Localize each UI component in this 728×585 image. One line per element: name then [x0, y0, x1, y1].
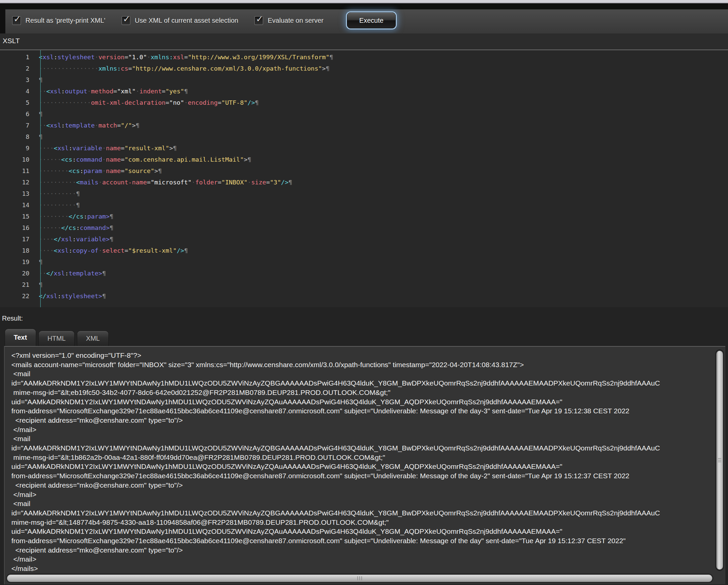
result-output[interactable]: <?xml version="1.0" encoding="UTF-8"?><m…: [4, 346, 725, 584]
code-text: ······</cs:command>¶: [35, 224, 113, 231]
code-text: ··</xsl:template>¶: [35, 270, 106, 277]
result-line: </mails>: [11, 564, 714, 572]
checkbox-box[interactable]: ✓: [122, 16, 130, 25]
tab-xml[interactable]: XML: [77, 331, 109, 346]
line-number: 9: [0, 145, 35, 152]
checkbox-pretty-print-xml[interactable]: ✓Result as 'pretty-print XML': [12, 16, 105, 25]
line-number: 12: [0, 179, 35, 186]
result-line: <recipient address="mko@censhare.com" ty…: [11, 545, 714, 555]
code-text: ¶: [35, 258, 43, 265]
line-number: 11: [0, 167, 35, 174]
result-line: uid="AAMkADRkNDM1Y2IxLWY1MWYtNDAwNy1hMDU…: [11, 397, 714, 407]
check-icon: ✓: [256, 15, 263, 24]
result-line: id="AAMkADRkNDM1Y2IxLWY1MWYtNDAwNy1hMDU1…: [11, 508, 714, 518]
code-text: ··········¶: [35, 201, 80, 208]
result-line: mime-msg-id="&lt;1b862a2b-00aa-42a1-880f…: [11, 453, 714, 462]
code-line: 10······<cs:command·name="com.censhare.a…: [0, 154, 728, 165]
code-text: ··············omit-xml-declaration="no"·…: [35, 99, 259, 106]
code-line: 21¶: [0, 279, 728, 290]
checkbox-box[interactable]: ✓: [254, 16, 263, 25]
vertical-scrollbar-thumb[interactable]: [716, 351, 723, 569]
result-line: uid="AAMkADRkNDM1Y2IxLWY1MWYtNDAwNy1hMDU…: [11, 462, 714, 471]
tab-text[interactable]: Text: [5, 329, 36, 346]
code-text: ········</cs:param>¶: [35, 213, 113, 220]
result-line: from-address="MicrosoftExchange329e71ec8…: [11, 536, 714, 545]
result-line: id="AAMkADRkNDM1Y2IxLWY1MWYtNDAwNy1hMDU1…: [11, 379, 714, 388]
result-line: mime-msg-id="&lt;eb19fc50-34b2-4077-8dc6…: [11, 388, 714, 397]
code-text: ¶: [35, 281, 43, 288]
line-number: 4: [0, 88, 35, 95]
line-number: 15: [0, 213, 35, 220]
line-number: 7: [0, 122, 35, 129]
code-line: 1<xsl:stylesheet·version="1.0"·xmlns:xsl…: [0, 51, 728, 62]
result-line: <mail: [11, 434, 714, 443]
code-line: 17····</xsl:variable>¶: [0, 233, 728, 245]
result-lines: <?xml version="1.0" encoding="UTF-8"?><m…: [11, 351, 714, 572]
code-line: 7··<xsl:template·match="/">¶: [0, 120, 728, 131]
result-line: <?xml version="1.0" encoding="UTF-8"?>: [11, 351, 714, 360]
vertical-scrollbar[interactable]: [715, 349, 724, 571]
code-line: 6¶: [0, 108, 728, 120]
toolbar: ✓Result as 'pretty-print XML'✓Use XML of…: [5, 9, 728, 34]
code-line: 11········<cs:param·name="source">¶: [0, 165, 728, 176]
check-icon: ✓: [14, 15, 21, 24]
horizontal-scrollbar-thumb[interactable]: [7, 575, 712, 582]
code-line: 8¶: [0, 131, 728, 142]
result-line: uid="AAMkADRkNDM1Y2IxLWY1MWYtNDAwNy1hMDU…: [11, 527, 714, 536]
code-line: 3¶: [0, 74, 728, 85]
code-text: <xsl:stylesheet·version="1.0"·xmlns:xsl=…: [35, 54, 333, 60]
line-number: 20: [0, 270, 35, 277]
result-line: </mail>: [11, 555, 714, 564]
tab-html[interactable]: HTML: [38, 331, 75, 346]
editor-title-bar: XSLT: [0, 33, 728, 50]
code-line: 16······</cs:command>¶: [0, 222, 728, 233]
code-lines: 1<xsl:stylesheet·version="1.0"·xmlns:xsl…: [0, 51, 728, 302]
line-number: 1: [0, 54, 35, 60]
code-line: 12··········<mails·account-name="microso…: [0, 176, 728, 188]
result-line: <mail: [11, 499, 714, 508]
result-line: </mail>: [11, 490, 714, 499]
code-text: ··<xsl:output·method="xml"·indent="yes"¶: [35, 88, 188, 95]
code-text: ······<cs:command·name="com.censhare.api…: [35, 156, 251, 163]
result-label: Result:: [2, 314, 23, 322]
code-line: 18····<xsl:copy-of·select="$result-xml"/…: [0, 245, 728, 256]
code-text: ····<xsl:copy-of·select="$result-xml"/>¶: [35, 247, 188, 254]
line-number: 3: [0, 76, 35, 83]
result-line: from-address="MicrosoftExchange329e71ec8…: [11, 406, 714, 416]
code-line: 4··<xsl:output·method="xml"·indent="yes"…: [0, 85, 728, 97]
checkbox-label: Use XML of current asset selection: [135, 17, 238, 24]
horizontal-scrollbar[interactable]: [6, 574, 713, 583]
result-tabs: TextHTMLXML: [5, 329, 109, 346]
code-text: </xsl:stylesheet>¶: [35, 292, 106, 300]
line-number: 8: [0, 133, 35, 140]
execute-button[interactable]: Execute: [347, 12, 396, 28]
line-number: 14: [0, 201, 35, 208]
scrollbar-grip-icon: [357, 576, 362, 580]
checkbox-label: Evaluate on server: [268, 17, 323, 24]
code-text: ··········<mails·account-name="microsoft…: [35, 179, 292, 186]
code-text: ··········¶: [35, 190, 80, 197]
checkbox-evaluate-on-server[interactable]: ✓Evaluate on server: [254, 16, 323, 25]
line-number: 5: [0, 99, 35, 106]
line-number: 21: [0, 281, 35, 288]
line-number: 16: [0, 224, 35, 231]
code-line: 2················xmlns:cs="http://www.ce…: [0, 62, 728, 74]
result-line: from-address="MicrosoftExchange329e71ec8…: [11, 471, 714, 481]
code-text: ········<cs:param·name="source">¶: [35, 167, 162, 174]
code-text: ················xmlns:cs="http://www.cen…: [35, 65, 330, 72]
xslt-editor[interactable]: 1<xsl:stylesheet·version="1.0"·xmlns:xsl…: [0, 50, 728, 307]
checkbox-box[interactable]: ✓: [12, 16, 21, 25]
result-line: </mail>: [11, 425, 714, 434]
code-line: 13··········¶: [0, 188, 728, 199]
check-icon: ✓: [123, 15, 130, 24]
line-number: 18: [0, 247, 35, 254]
result-line: id="AAMkADRkNDM1Y2IxLWY1MWYtNDAwNy1hMDU1…: [11, 443, 714, 453]
checkbox-use-current-asset-xml[interactable]: ✓Use XML of current asset selection: [122, 16, 238, 25]
result-line: <recipient address="mko@censhare.com" ty…: [11, 416, 714, 425]
line-number: 19: [0, 258, 35, 265]
code-text: ¶: [35, 110, 43, 118]
checkbox-label: Result as 'pretty-print XML': [25, 17, 105, 24]
line-number: 13: [0, 190, 35, 197]
window-top-strip: [0, 0, 728, 3]
code-line: 22</xsl:stylesheet>¶: [0, 290, 728, 302]
